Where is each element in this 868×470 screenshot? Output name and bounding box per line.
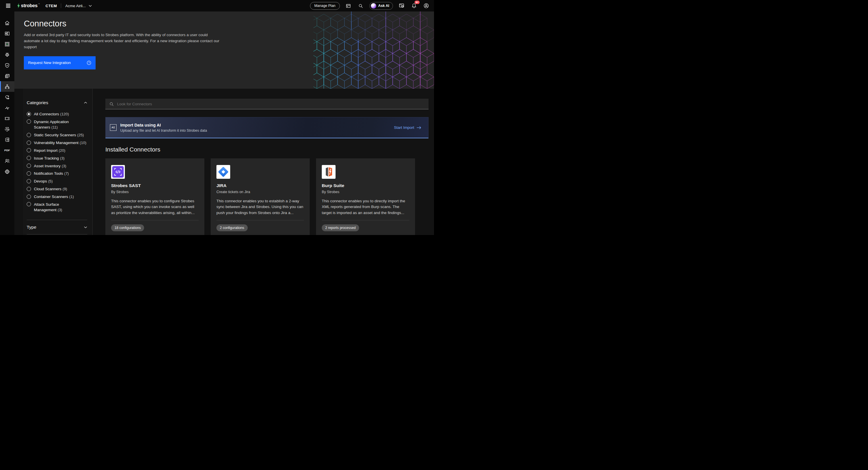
request-button-label: Request New Integration [28, 61, 71, 65]
search-input[interactable] [117, 102, 425, 106]
sidebar-item-report-cards[interactable] [0, 134, 14, 145]
connector-name: Strobes SAST [111, 183, 198, 188]
radio-icon[interactable] [27, 194, 31, 199]
filters-divider [27, 220, 87, 220]
sidebar-item-automation[interactable] [0, 92, 14, 102]
start-import-link[interactable]: Start Import [394, 125, 422, 130]
category-label: Report Import(20) [34, 148, 65, 154]
radio-selected-icon[interactable] [27, 112, 31, 116]
radio-icon[interactable] [27, 156, 31, 160]
radio-icon[interactable] [27, 133, 31, 137]
strobes-logo: strobes ™ [17, 3, 40, 9]
category-label: Asset Inventory(3) [34, 163, 66, 169]
radio-icon[interactable] [27, 163, 31, 168]
bug-icon [4, 52, 10, 58]
shield-scan-icon [4, 126, 10, 132]
radio-icon[interactable] [27, 119, 31, 124]
category-count: (9) [63, 187, 67, 191]
activity-icon [4, 105, 10, 111]
card-divider [322, 220, 409, 220]
billing-card-icon[interactable] [345, 2, 352, 9]
category-label: Vulnerability Management(10) [34, 140, 86, 146]
categories-collapse-chevron-up-icon[interactable] [84, 101, 87, 104]
category-option-report-import[interactable]: Report Import(20) [27, 148, 87, 154]
sidebar-item-settings[interactable] [0, 166, 14, 177]
product-name: CTEM [45, 4, 57, 8]
category-option-issue-tracking[interactable]: Issue Tracking(3) [27, 156, 87, 161]
radio-icon[interactable] [27, 171, 31, 176]
search-icon [109, 101, 114, 106]
radio-icon[interactable] [27, 148, 31, 152]
category-option-attack-surface-management[interactable]: Attack Surface Management(3) [27, 202, 87, 213]
radio-icon[interactable] [27, 179, 31, 183]
sidebar-item-dashboard[interactable] [0, 28, 14, 39]
category-count: (20) [59, 148, 65, 153]
ai-banner-subtitle: Upload any file and let AI transform it … [120, 129, 207, 132]
demo-player-icon[interactable] [398, 2, 405, 9]
bell-icon[interactable]: 9+ [410, 2, 417, 9]
strobes-sast-logo [111, 165, 125, 179]
request-new-integration-button[interactable]: Request New Integration ? [24, 56, 96, 69]
logo-bolt-icon [17, 3, 20, 9]
search-icon[interactable] [357, 2, 365, 9]
type-expand-chevron-down-icon [84, 226, 87, 228]
category-count: (7) [64, 171, 69, 176]
category-label: All Connectors(120) [34, 111, 69, 117]
category-count: (25) [77, 133, 84, 137]
radio-icon[interactable] [27, 202, 31, 206]
ask-ai-label: Ask AI [378, 4, 389, 8]
category-option-static-security-scanners[interactable]: Static Security Scanners(25) [27, 132, 87, 138]
category-count: (10) [80, 140, 86, 145]
sidebar-item-activity[interactable] [0, 102, 14, 113]
avatar-icon[interactable] [423, 2, 430, 9]
category-option-container-scanners[interactable]: Container Scanners(1) [27, 194, 87, 200]
installed-connectors-grid: Strobes SAST By Strobes This connector e… [105, 158, 429, 235]
start-import-label: Start Import [394, 125, 414, 130]
connector-card-burp-suite[interactable]: Burp Suite By Strobes This connector ena… [316, 158, 415, 235]
menu-icon[interactable] [4, 1, 12, 10]
category-count: (11) [51, 125, 58, 129]
connector-name: JIRA [216, 183, 304, 188]
arrow-right-icon [416, 126, 422, 129]
category-label: Notification Tools(7) [34, 171, 69, 177]
org-switcher[interactable]: Acme Airli... [65, 4, 92, 8]
sidebar-item-connectors[interactable] [0, 81, 14, 92]
connector-name: Burp Suite [322, 183, 409, 188]
category-option-cloud-scanners[interactable]: Cloud Scanners(9) [27, 186, 87, 192]
category-option-devops[interactable]: Devops(5) [27, 179, 87, 184]
connector-author: Create tickets on Jira [216, 190, 304, 194]
category-label: Attack Surface Management(3) [34, 202, 87, 213]
sidebar-item-compliance[interactable] [0, 60, 14, 71]
connector-card-strobes-sast[interactable]: Strobes SAST By Strobes This connector e… [105, 158, 205, 235]
category-option-all-connectors[interactable]: All Connectors(120) [27, 111, 87, 117]
manage-plan-button[interactable]: Manage Plan [310, 2, 340, 10]
main-content: AI Import Data using AI Upload any file … [105, 99, 429, 235]
category-option-asset-inventory[interactable]: Asset Inventory(3) [27, 163, 87, 169]
strobes-connectors-page: strobes ™ CTEM Acme Airli... Manage Plan [0, 0, 434, 235]
radio-icon[interactable] [27, 140, 31, 145]
sidebar-item-apps[interactable] [0, 39, 14, 49]
ai-banner-title: Import Data using AI [120, 123, 207, 127]
sidebar-item-pdf[interactable]: PDF [0, 145, 14, 156]
installed-connectors-title: Installed Connectors [105, 146, 429, 153]
connector-author: By Strobes [322, 190, 409, 194]
sidebar-item-users[interactable] [0, 156, 14, 166]
type-section-header[interactable]: Type [27, 225, 87, 230]
category-option-vulnerability-management[interactable]: Vulnerability Management(10) [27, 140, 87, 146]
connector-card-jira[interactable]: JIRA Create tickets on Jira This connect… [211, 158, 310, 235]
ask-ai-button[interactable]: Ask AI [369, 2, 393, 10]
connector-search [105, 99, 429, 109]
ai-icon: AI [110, 124, 117, 131]
sidebar-item-scans[interactable] [0, 124, 14, 134]
sync-settings-icon [4, 94, 10, 100]
category-option-notification-tools[interactable]: Notification Tools(7) [27, 171, 87, 177]
sidebar-item-tickets[interactable] [0, 113, 14, 124]
ai-import-banner: AI Import Data using AI Upload any file … [105, 117, 429, 138]
radio-icon[interactable] [27, 187, 31, 191]
sidebar-item-vulnerabilities[interactable] [0, 49, 14, 60]
connector-description: This connector enables you to directly i… [322, 198, 409, 216]
category-count: (3) [62, 164, 66, 168]
sidebar-item-reports-tables[interactable] [0, 71, 14, 81]
sidebar-item-home[interactable] [0, 18, 14, 28]
category-option-dynamic-application-scanners[interactable]: Dynamic Application Scanners(11) [27, 119, 87, 130]
